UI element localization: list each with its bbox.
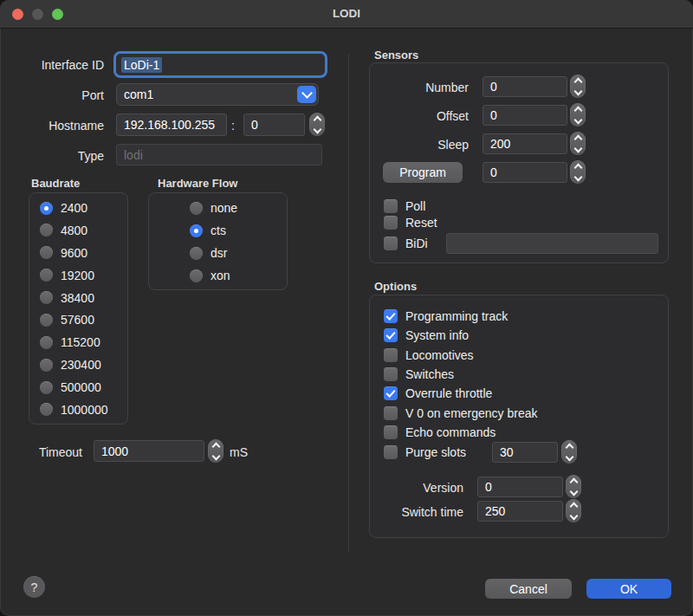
radio-option-115200[interactable]: 115200 xyxy=(40,335,127,349)
poll-checkbox-row[interactable]: Poll xyxy=(384,199,425,213)
poll-checkbox[interactable] xyxy=(384,199,398,213)
system-info-checkbox[interactable] xyxy=(384,328,398,342)
timeout-label: Timeout xyxy=(0,445,82,459)
help-icon: ? xyxy=(31,580,38,594)
ok-button-label: OK xyxy=(620,582,638,596)
offset-stepper[interactable] xyxy=(570,103,586,126)
hostname-port-stepper[interactable] xyxy=(309,113,325,136)
stepper-down-icon xyxy=(211,452,220,461)
locomotives-checkbox[interactable] xyxy=(384,348,398,362)
radio-icon xyxy=(40,336,53,349)
radio-option-500000[interactable]: 500000 xyxy=(40,380,127,394)
timeout-field[interactable]: 1000 xyxy=(94,440,204,462)
radio-option-57600[interactable]: 57600 xyxy=(40,313,127,327)
v0-emergency-checkbox[interactable] xyxy=(384,406,398,420)
timeout-stepper[interactable] xyxy=(208,439,223,463)
reset-checkbox-row[interactable]: Reset xyxy=(384,216,437,230)
radio-option-19200[interactable]: 19200 xyxy=(40,269,127,282)
radio-option-2400[interactable]: 2400 xyxy=(40,201,127,215)
radio-option-cts[interactable]: cts xyxy=(190,224,287,237)
radio-option-9600[interactable]: 9600 xyxy=(40,246,127,260)
bidi-checkbox-row[interactable]: BiDi xyxy=(384,237,428,250)
radio-option-38400[interactable]: 38400 xyxy=(40,291,127,305)
port-dropdown-button[interactable] xyxy=(297,86,316,103)
sleep-stepper[interactable] xyxy=(570,132,586,155)
version-stepper[interactable] xyxy=(566,475,581,498)
port-select[interactable]: com1 xyxy=(116,83,319,106)
radio-icon xyxy=(40,224,53,237)
program-stepper[interactable] xyxy=(570,160,586,184)
stepper-up-icon xyxy=(573,164,582,172)
cancel-button-label: Cancel xyxy=(509,582,547,596)
switches-checkbox[interactable] xyxy=(384,367,398,381)
radio-option-4800[interactable]: 4800 xyxy=(40,224,127,237)
radio-icon xyxy=(190,247,203,260)
sleep-field[interactable]: 200 xyxy=(483,133,567,154)
echo-commands-checkbox[interactable] xyxy=(384,425,398,439)
baudrate-group: 2400 4800 9600 19200 38400 57600 115200 … xyxy=(29,192,128,425)
option-system-info[interactable]: System info xyxy=(384,328,469,342)
stepper-down-icon xyxy=(313,126,321,134)
number-stepper[interactable] xyxy=(570,75,586,98)
hostname-label: Hostname xyxy=(0,119,104,133)
program-button[interactable]: Program xyxy=(383,162,463,183)
radio-label: none xyxy=(210,201,237,215)
interface-id-value: LoDi-1 xyxy=(121,57,162,73)
stepper-up-icon xyxy=(565,444,573,452)
radio-option-230400[interactable]: 230400 xyxy=(40,358,127,372)
radio-option-dsr[interactable]: dsr xyxy=(190,246,287,260)
number-field[interactable]: 0 xyxy=(483,76,567,97)
cancel-button[interactable]: Cancel xyxy=(485,579,572,599)
hostname-port-field[interactable]: 0 xyxy=(243,113,305,136)
purge-slots-field[interactable]: 30 xyxy=(492,442,558,463)
offset-field[interactable]: 0 xyxy=(483,105,567,126)
option-switches[interactable]: Switches xyxy=(384,367,454,381)
version-field[interactable]: 0 xyxy=(477,477,563,497)
checkbox-label: Overrule throttle xyxy=(405,386,492,400)
program-field[interactable]: 0 xyxy=(483,162,567,183)
bidi-checkbox[interactable] xyxy=(384,237,398,250)
type-field[interactable]: lodi xyxy=(116,144,322,165)
radio-icon xyxy=(190,269,203,282)
radio-label: 38400 xyxy=(61,291,94,305)
stepper-down-icon xyxy=(573,116,582,125)
hostname-ip-field[interactable]: 192.168.100.255 xyxy=(116,113,227,136)
radio-option-none[interactable]: none xyxy=(190,201,287,215)
switch-time-value: 250 xyxy=(485,504,505,518)
radio-label: 115200 xyxy=(61,335,100,349)
switch-time-field[interactable]: 250 xyxy=(477,501,563,522)
programming-track-checkbox[interactable] xyxy=(384,309,398,323)
switch-time-stepper[interactable] xyxy=(566,499,581,522)
option-echo-commands[interactable]: Echo commands xyxy=(384,425,495,439)
type-placeholder: lodi xyxy=(124,148,143,162)
sensors-group-label: Sensors xyxy=(374,49,418,62)
titlebar[interactable]: LODI xyxy=(0,0,693,29)
radio-label: 230400 xyxy=(61,358,101,372)
purge-slots-checkbox[interactable] xyxy=(384,445,398,459)
interface-id-label: Interface ID xyxy=(0,58,104,72)
stepper-up-icon xyxy=(573,78,582,87)
option-v0-emergency-break[interactable]: V 0 on emergency break xyxy=(384,406,538,420)
option-programming-track[interactable]: Programming track xyxy=(384,309,508,323)
radio-icon xyxy=(40,291,53,304)
poll-label: Poll xyxy=(405,199,425,213)
window-title: LODI xyxy=(0,0,693,28)
purge-slots-value: 30 xyxy=(500,445,514,459)
interface-id-field[interactable]: LoDi-1 xyxy=(113,51,327,78)
bidi-field[interactable] xyxy=(446,233,658,254)
stepper-up-icon xyxy=(569,503,578,511)
radio-option-1000000[interactable]: 1000000 xyxy=(40,403,127,417)
option-overrule-throttle[interactable]: Overrule throttle xyxy=(384,386,492,400)
number-value: 0 xyxy=(490,80,497,94)
option-locomotives[interactable]: Locomotives xyxy=(384,348,474,362)
overrule-throttle-checkbox[interactable] xyxy=(384,386,398,400)
option-purge-slots[interactable]: Purge slots xyxy=(384,445,466,459)
lodi-dialog: LODI Interface ID LoDi-1 Port com1 Hostn… xyxy=(0,0,693,616)
ok-button[interactable]: OK xyxy=(586,579,671,599)
hardware-flow-group-label: Hardware Flow xyxy=(158,177,237,190)
reset-checkbox[interactable] xyxy=(384,216,398,230)
offset-label: Offset xyxy=(369,109,469,123)
radio-option-xon[interactable]: xon xyxy=(190,269,287,282)
purge-slots-stepper[interactable] xyxy=(561,440,577,464)
help-button[interactable]: ? xyxy=(23,576,45,598)
